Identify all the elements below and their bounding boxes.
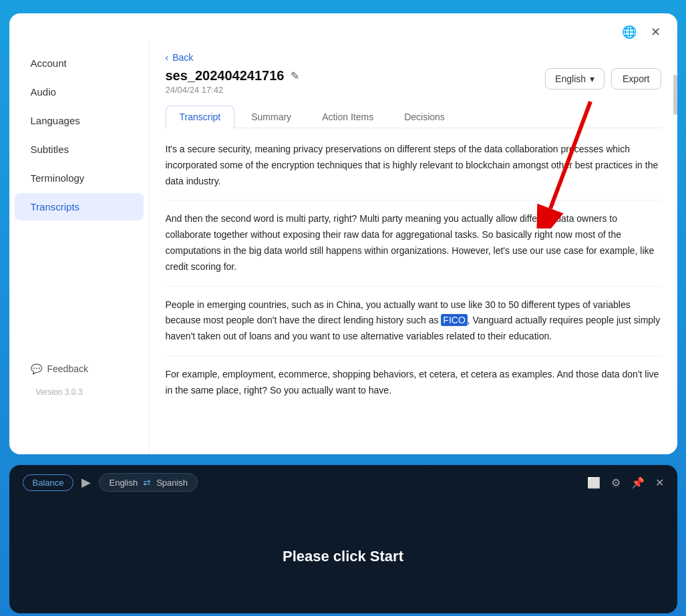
sidebar: Account Audio Languages Subtitles Termin… — [9, 41, 150, 454]
session-actions: English ▾ Export — [545, 68, 661, 90]
chevron-left-icon: ‹ — [166, 52, 169, 63]
balance-badge[interactable]: Balance — [23, 474, 74, 491]
back-nav[interactable]: ‹ Back — [166, 41, 661, 68]
settings-icon[interactable]: ⚙ — [611, 476, 621, 489]
feedback-button[interactable]: 💬 Feedback — [15, 357, 144, 381]
tab-decisions[interactable]: Decisions — [390, 106, 459, 128]
sidebar-item-transcripts[interactable]: Transcripts — [15, 193, 144, 220]
player-card: Balance ▶ English ⇄ Spanish ⬜ ⚙ 📌 ✕ Plea… — [9, 465, 677, 613]
player-icons-right: ⬜ ⚙ 📌 ✕ — [587, 476, 664, 489]
tab-transcript[interactable]: Transcript — [166, 106, 235, 128]
chevron-down-icon: ▾ — [590, 73, 594, 84]
session-date: 24/04/24 17:42 — [166, 85, 300, 95]
version-label: Version 3.0.3 — [20, 382, 138, 402]
swap-icon: ⇄ — [143, 477, 151, 488]
subtitles-icon[interactable]: ⬜ — [587, 476, 601, 489]
close-player-icon[interactable]: ✕ — [655, 476, 664, 489]
session-header: ses_202404241716 ✎ 24/04/24 17:42 Englis… — [166, 68, 661, 95]
transcript-paragraph: And then the second word is multi party,… — [166, 211, 661, 286]
sidebar-item-terminology[interactable]: Terminology — [15, 164, 144, 192]
card-header: 🌐 ✕ — [9, 13, 677, 41]
main-card: 🌐 ✕ Account Audio Languages Subtitles Te… — [9, 13, 677, 454]
export-button[interactable]: Export — [611, 68, 661, 90]
scrollbar[interactable] — [673, 75, 677, 115]
tab-summary[interactable]: Summary — [237, 106, 305, 128]
session-info: ses_202404241716 ✎ 24/04/24 17:42 — [166, 68, 300, 95]
close-icon[interactable]: ✕ — [647, 23, 665, 41]
feedback-icon: 💬 — [31, 363, 42, 374]
session-title-row: ses_202404241716 ✎ — [166, 68, 300, 84]
pin-icon[interactable]: 📌 — [631, 476, 645, 489]
sidebar-item-subtitles[interactable]: Subtitles — [15, 136, 144, 163]
main-content: ‹ Back ses_202404241716 ✎ 24/04/24 17:42… — [150, 41, 677, 454]
session-title: ses_202404241716 — [166, 68, 285, 84]
card-body: Account Audio Languages Subtitles Termin… — [9, 41, 677, 454]
sidebar-item-account[interactable]: Account — [15, 49, 144, 77]
transcript-paragraph-highlight: People in emerging countries, such as in… — [166, 297, 661, 356]
edit-icon[interactable]: ✎ — [291, 69, 299, 82]
transcript-paragraph: It's a secure security, meaning privacy … — [166, 142, 661, 200]
player-top-bar: Balance ▶ English ⇄ Spanish ⬜ ⚙ 📌 ✕ — [9, 465, 677, 500]
tabs: Transcript Summary Action Items Decision… — [166, 106, 661, 128]
highlighted-term: FICO — [441, 314, 467, 326]
sidebar-item-languages[interactable]: Languages — [15, 107, 144, 134]
transcript-content: It's a secure security, meaning privacy … — [166, 142, 661, 410]
player-video-area: Please click Start — [9, 500, 677, 613]
language-button[interactable]: English ▾ — [545, 68, 605, 90]
globe-icon[interactable]: 🌐 — [620, 23, 639, 41]
player-start-text: Please click Start — [283, 548, 403, 565]
transcript-paragraph: For example, employment, ecommerce, shop… — [166, 367, 661, 410]
play-button[interactable]: ▶ — [81, 475, 91, 490]
tab-action-items[interactable]: Action Items — [308, 106, 387, 128]
sidebar-item-audio[interactable]: Audio — [15, 78, 144, 106]
language-toggle[interactable]: English ⇄ Spanish — [99, 473, 198, 492]
back-label: Back — [172, 52, 193, 63]
